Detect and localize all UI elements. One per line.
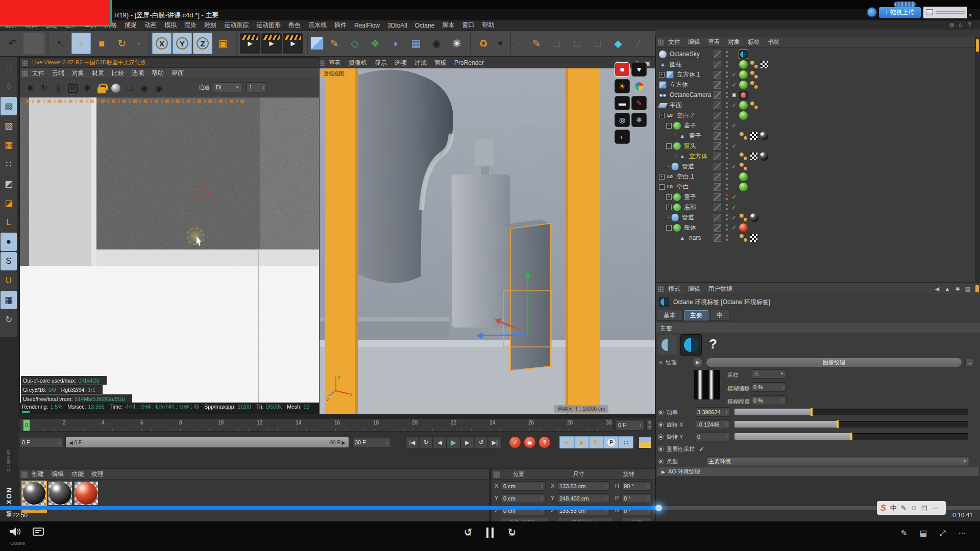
ime-emoji-icon[interactable]: ☺ [911, 504, 917, 512]
restart-render-icon[interactable]: ↻ [37, 81, 52, 95]
viewport-menu-item-显示[interactable]: 显示 [375, 59, 387, 67]
palette-icon[interactable] [635, 82, 643, 90]
texture-mode-icon[interactable]: ▨ [1, 116, 17, 135]
polygons-mode-icon[interactable]: ◪ [1, 194, 17, 212]
contrast-icon[interactable]: ◐ [615, 130, 630, 144]
video-progress-bar[interactable] [0, 506, 980, 510]
record-keyframe-button[interactable]: ∕ [509, 436, 521, 448]
workplane-rotate-icon[interactable]: ↻ [1, 310, 17, 329]
visibility-dots[interactable] [725, 203, 728, 211]
menubar-item-窗口[interactable]: 窗口 [462, 21, 474, 30]
odots-tag[interactable] [750, 101, 758, 110]
instance-icon[interactable]: ♻ [474, 33, 493, 54]
menubar-item-插件[interactable]: 插件 [334, 21, 347, 30]
layer-chip-icon[interactable] [714, 142, 721, 150]
menubar-item-脚本[interactable]: 脚本 [442, 21, 454, 30]
spinner-icon[interactable]: ↕ [781, 397, 784, 403]
object-row[interactable]: -泵头✓ [656, 141, 980, 151]
pick-focus-icon[interactable]: ◉ [137, 81, 152, 95]
make-editable-icon[interactable]: ◊ [1, 78, 17, 96]
expander-icon[interactable]: + [666, 205, 672, 210]
x-axis-lock[interactable]: X [152, 33, 172, 54]
param-field-功率[interactable]: 3.390624↕ [695, 407, 730, 417]
rewind-10-button[interactable]: ↺10 [459, 525, 477, 541]
object-name[interactable]: 立方体.1 [677, 70, 700, 79]
ime-more-icon[interactable]: ⋯ [932, 504, 938, 512]
layer-chip-icon[interactable] [714, 163, 721, 170]
checker-tag[interactable] [750, 132, 757, 140]
gear-icon[interactable]: ✱ [631, 113, 647, 127]
mat-green-tag[interactable] [739, 81, 748, 89]
prev-frame-button[interactable]: ◀ [433, 436, 447, 448]
z-axis-lock[interactable]: Z [193, 33, 212, 54]
object-name[interactable]: 瓶体 [684, 223, 696, 232]
pause-button[interactable] [485, 528, 495, 539]
home-icon[interactable]: ⌂ [959, 21, 968, 30]
visibility-dots[interactable] [725, 121, 728, 130]
odots-tag[interactable] [739, 152, 748, 161]
menubar-item-帮助[interactable]: 帮助 [482, 21, 494, 30]
scroll-nub[interactable] [975, 285, 979, 292]
subtitle-icon[interactable] [33, 528, 44, 536]
layer-chip-icon[interactable] [714, 234, 721, 242]
param-slider-旋转 Y[interactable] [734, 433, 968, 440]
list-icon[interactable]: ▤ [963, 284, 973, 293]
visibility-dots[interactable] [725, 183, 728, 191]
scale-tool-icon[interactable]: ■ [92, 33, 111, 54]
object-name[interactable]: 平面 [670, 101, 682, 110]
tab-基本[interactable]: 基本 [657, 310, 682, 321]
highlight-icon[interactable]: ▬ [615, 96, 630, 110]
expander-icon[interactable]: + [666, 194, 672, 200]
viewport[interactable]: y x z 查看摄像机显示选项过滤面板ProRender +↓↻▣ 透视视图 网… [316, 57, 655, 414]
menubar-item-模拟[interactable]: 模拟 [164, 21, 177, 30]
panel-grip[interactable] [494, 471, 500, 478]
upload-button[interactable]: ↑拖拽上传 [879, 7, 921, 18]
layer-chip-icon[interactable] [714, 61, 721, 68]
layer-chip-icon[interactable] [714, 122, 721, 130]
lv-menu-item-界面[interactable]: 界面 [172, 69, 184, 78]
odots-tag[interactable] [750, 70, 758, 79]
expander-icon[interactable]: - [666, 143, 672, 149]
object-row[interactable]: +L0空白.2 [656, 110, 980, 120]
checker-tag[interactable] [750, 234, 757, 242]
lv-menu-item-帮助[interactable]: 帮助 [152, 69, 164, 78]
viewport-menu-item-面板[interactable]: 面板 [434, 59, 447, 67]
param-field-旋转 X[interactable]: -0.12446↕ [695, 419, 730, 429]
tweak-mode-icon[interactable]: ● [1, 233, 17, 251]
blur-offset-field[interactable]: 0 %↕ [751, 382, 787, 392]
materials-menu-item-创建[interactable]: 创建 [32, 470, 44, 479]
coord-field-X-0[interactable]: 0 cm↕ [501, 481, 546, 491]
slider-marker[interactable] [850, 433, 852, 440]
mat-red-tag[interactable] [739, 223, 748, 232]
live-viewer-title-bar[interactable]: Live Viewer 3 07-R2 中国C4D联盟中文汉化版 [20, 58, 319, 68]
deformer-icon[interactable]: ◗ [386, 33, 405, 54]
object-row[interactable]: +盖子✓ [656, 192, 980, 202]
record-pla-icon[interactable]: ∷ [619, 436, 633, 448]
record-position-icon[interactable]: + [559, 436, 574, 448]
expander-icon[interactable]: + [659, 113, 665, 118]
layer-chip-icon[interactable] [714, 132, 721, 140]
coord-field-Y-1[interactable]: 0 cm↕ [501, 493, 546, 503]
visibility-dots[interactable] [725, 132, 728, 140]
slider-marker[interactable] [837, 420, 839, 428]
object-row[interactable]: +L0空白.1 [656, 171, 980, 182]
coord-field-X-0[interactable]: 133.53 cm↕ [557, 481, 610, 491]
volume-icon[interactable] [9, 527, 21, 537]
expander-icon[interactable]: - [659, 184, 665, 190]
om-menu-item-编辑[interactable]: 编辑 [688, 38, 700, 46]
texture-preview[interactable] [694, 370, 720, 399]
help-question-icon[interactable]: ? [709, 336, 717, 352]
spinner-icon[interactable]: ↕ [386, 440, 388, 445]
viewport-menu-item-摄像机[interactable]: 摄像机 [349, 59, 367, 67]
edit-pencil-icon[interactable]: ✎ [894, 528, 914, 539]
env-texture-button[interactable] [680, 334, 702, 356]
pen-icon[interactable]: ✎ [631, 96, 647, 110]
om-menu-item-书签[interactable]: 书签 [768, 38, 780, 46]
object-name[interactable]: 空白.1 [677, 172, 694, 181]
object-row[interactable]: ◉◉OctaneCamera▣ [656, 90, 980, 100]
mat-green-tag[interactable] [739, 172, 748, 181]
enabled-check-icon[interactable]: ✓ [730, 194, 738, 201]
spline-pen-icon[interactable]: ✎ [527, 33, 546, 54]
object-name[interactable]: 盖子 [684, 193, 696, 202]
layer-chip-icon[interactable] [714, 214, 721, 221]
